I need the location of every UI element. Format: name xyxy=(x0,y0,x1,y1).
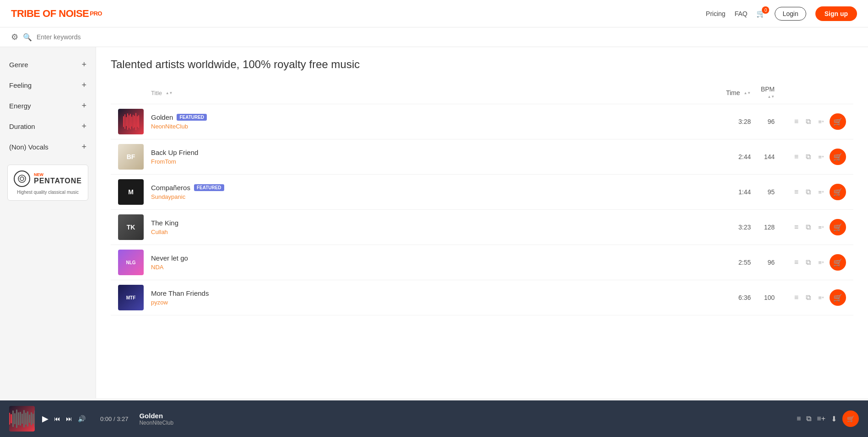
track-copy-button[interactable]: ⧉ xyxy=(804,292,813,304)
track-time: 2:55 xyxy=(718,259,755,266)
track-title: Golden xyxy=(151,113,173,121)
svg-point-0 xyxy=(18,175,26,182)
track-cart-button[interactable]: 🛒 xyxy=(830,254,846,271)
logo[interactable]: TRIBE OF NOISE PRO xyxy=(11,8,102,20)
login-button[interactable]: Login xyxy=(775,7,806,21)
sidebar-item-vocals[interactable]: (Non) Vocals + xyxy=(0,137,96,157)
track-add-to-list-button[interactable]: ≡+ xyxy=(816,257,826,268)
track-copy-button[interactable]: ⧉ xyxy=(804,256,813,268)
main-layout: Genre + Feeling + Energy + Duration + (N… xyxy=(0,47,868,398)
track-equalizer-button[interactable]: ≡ xyxy=(793,116,800,128)
track-thumbnail: BF xyxy=(118,144,144,170)
track-add-to-list-button[interactable]: ≡+ xyxy=(816,152,826,162)
nav-faq[interactable]: FAQ xyxy=(734,10,747,17)
signup-button[interactable]: Sign up xyxy=(815,6,857,21)
track-cart-button[interactable]: 🛒 xyxy=(830,113,846,130)
track-row[interactable]: Golden FEATURED NeonNiteClub 3:28 96 ≡ ⧉… xyxy=(111,104,853,139)
track-add-to-list-button[interactable]: ≡+ xyxy=(816,117,826,127)
sidebar-filter-label: Genre xyxy=(9,61,28,69)
genre-expand-icon: + xyxy=(81,60,86,69)
track-row[interactable]: MTF More Than Friends pyzow 6:36 100 ≡ ⧉… xyxy=(111,280,853,315)
track-row[interactable]: BF Back Up Friend FromTom 2:44 144 ≡ ⧉ ≡… xyxy=(111,139,853,175)
title-sort-icon: ▲▼ xyxy=(166,91,173,95)
feeling-expand-icon: + xyxy=(81,80,86,90)
track-cart-button[interactable]: 🛒 xyxy=(830,219,846,235)
track-title: More Than Friends xyxy=(151,289,209,297)
track-artist: Sundaypanic xyxy=(151,193,718,200)
col-title-header[interactable]: Title ▲▼ xyxy=(151,90,718,96)
track-title-row: More Than Friends xyxy=(151,289,718,297)
track-actions: ≡ ⧉ ≡+ 🛒 xyxy=(782,113,846,130)
track-equalizer-button[interactable]: ≡ xyxy=(793,256,800,268)
track-row[interactable]: NLG Never let go NDA 2:55 96 ≡ ⧉ ≡+ 🛒 xyxy=(111,245,853,280)
track-title-row: Golden FEATURED xyxy=(151,113,718,121)
cart-wrapper[interactable]: 🛒 0 xyxy=(756,9,766,18)
pentatone-logo: NEW PENTATONE xyxy=(14,171,82,187)
track-time: 3:28 xyxy=(718,118,755,125)
sidebar-item-genre[interactable]: Genre + xyxy=(0,54,96,75)
track-equalizer-button[interactable]: ≡ xyxy=(793,292,800,304)
cart-badge: 0 xyxy=(762,6,769,14)
track-copy-button[interactable]: ⧉ xyxy=(804,221,813,233)
sidebar: Genre + Feeling + Energy + Duration + (N… xyxy=(0,47,96,398)
search-icon: 🔍 xyxy=(23,33,32,42)
track-thumbnail: NLG xyxy=(118,250,144,275)
track-actions: ≡ ⧉ ≡+ 🛒 xyxy=(782,219,846,235)
sidebar-filter-label: Feeling xyxy=(9,81,32,89)
track-info: Never let go NDA xyxy=(151,254,718,271)
col-time-header[interactable]: Time ▲▼ xyxy=(718,89,755,96)
track-copy-button[interactable]: ⧉ xyxy=(804,116,813,128)
track-add-to-list-button[interactable]: ≡+ xyxy=(816,222,826,233)
search-bar: ⚙ 🔍 xyxy=(0,27,868,47)
track-title: The King xyxy=(151,219,178,227)
track-cart-button[interactable]: 🛒 xyxy=(830,149,846,165)
track-info: Golden FEATURED NeonNiteClub xyxy=(151,113,718,130)
pentatone-circle-icon xyxy=(14,171,30,187)
sidebar-item-duration[interactable]: Duration + xyxy=(0,116,96,137)
track-cart-button[interactable]: 🛒 xyxy=(830,289,846,306)
sidebar-item-energy[interactable]: Energy + xyxy=(0,96,96,116)
track-time: 2:44 xyxy=(718,153,755,160)
main-content: Talented artists worldwide, 100% royalty… xyxy=(96,47,868,398)
track-bpm: 95 xyxy=(755,188,782,196)
track-actions: ≡ ⧉ ≡+ 🛒 xyxy=(782,254,846,271)
track-copy-button[interactable]: ⧉ xyxy=(804,151,813,163)
track-add-to-list-button[interactable]: ≡+ xyxy=(816,187,826,197)
pentatone-card[interactable]: NEW PENTATONE Highest quality classical … xyxy=(7,165,88,201)
track-cart-button[interactable]: 🛒 xyxy=(830,184,846,200)
track-artist: FromTom xyxy=(151,158,718,165)
sidebar-filter-label: (Non) Vocals xyxy=(9,143,49,151)
svg-point-1 xyxy=(20,177,24,181)
featured-badge: FEATURED xyxy=(177,114,207,121)
track-actions: ≡ ⧉ ≡+ 🛒 xyxy=(782,289,846,306)
featured-badge: FEATURED xyxy=(194,184,224,191)
track-equalizer-button[interactable]: ≡ xyxy=(793,186,800,198)
track-add-to-list-button[interactable]: ≡+ xyxy=(816,293,826,303)
track-equalizer-button[interactable]: ≡ xyxy=(793,151,800,163)
track-equalizer-button[interactable]: ≡ xyxy=(793,221,800,233)
track-info: Compañeros FEATURED Sundaypanic xyxy=(151,184,718,200)
logo-pro: PRO xyxy=(90,10,102,17)
search-input[interactable] xyxy=(37,33,857,41)
track-time: 1:44 xyxy=(718,188,755,196)
energy-expand-icon: + xyxy=(81,101,86,111)
duration-expand-icon: + xyxy=(81,122,86,131)
track-actions: ≡ ⧉ ≡+ 🛒 xyxy=(782,184,846,200)
time-sort-icon: ▲▼ xyxy=(744,91,751,95)
col-bpm-header[interactable]: BPM ▲▼ xyxy=(755,85,782,100)
track-thumbnail xyxy=(118,109,144,134)
nav-pricing[interactable]: Pricing xyxy=(706,10,726,17)
filter-icon[interactable]: ⚙ xyxy=(11,32,18,42)
sidebar-item-feeling[interactable]: Feeling + xyxy=(0,75,96,96)
track-row[interactable]: TK The King Cullah 3:23 128 ≡ ⧉ ≡+ 🛒 xyxy=(111,210,853,245)
track-copy-button[interactable]: ⧉ xyxy=(804,186,813,198)
pentatone-brand-name: PENTATONE xyxy=(34,177,82,185)
track-thumbnail: TK xyxy=(118,214,144,240)
track-row[interactable]: M Compañeros FEATURED Sundaypanic 1:44 9… xyxy=(111,175,853,210)
page-title: Talented artists worldwide, 100% royalty… xyxy=(111,58,853,71)
sidebar-filter-label: Energy xyxy=(9,102,31,110)
track-title-row: Back Up Friend xyxy=(151,149,718,156)
pentatone-subtitle: Highest quality classical music xyxy=(17,190,79,195)
track-time: 6:36 xyxy=(718,294,755,301)
track-time: 3:23 xyxy=(718,224,755,231)
